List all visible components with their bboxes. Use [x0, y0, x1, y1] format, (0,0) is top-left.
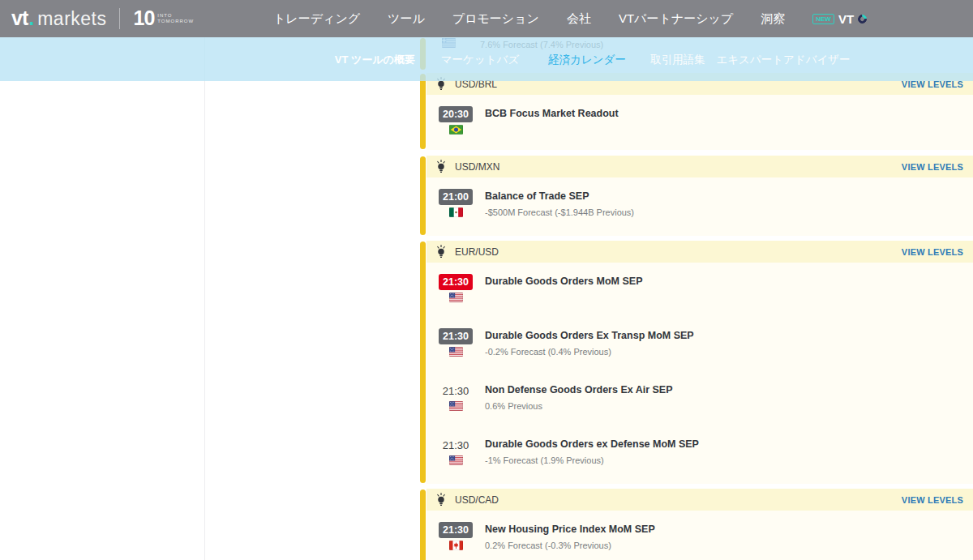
nav-item[interactable]: 洞察 [761, 11, 785, 27]
flag-us-icon [449, 455, 463, 465]
top-navbar: vt.markets 10 INTO TOMORROW トレーディングツールプロ… [0, 0, 973, 37]
nav-item[interactable]: トレーディング [273, 11, 360, 27]
event-title: Non Defense Goods Orders Ex Air SEP [485, 384, 673, 395]
flag-mx-icon [449, 207, 463, 217]
event-time-badge: 20:30 [439, 106, 473, 122]
flag-us-icon [449, 293, 463, 302]
logo-brand: vt [11, 6, 28, 30]
event-time-badge: 21:30 [439, 522, 473, 538]
currency-section-header: USD/CAD VIEW LEVELS [426, 489, 973, 511]
event-title: BCB Focus Market Readout [485, 108, 619, 119]
event-forecast: -$500M Forecast (-$1.944B Previous) [485, 207, 634, 217]
anniversary-logo: 10 INTO TOMORROW [133, 6, 194, 30]
event-time-badge: 21:00 [439, 189, 473, 205]
view-levels-link[interactable]: VIEW LEVELS [902, 495, 963, 505]
currency-pair-label: USD/MXN [455, 161, 499, 173]
logo-dot: . [28, 6, 34, 30]
section-events: 21:00 Balance of Trade SEP -$500M Foreca… [426, 177, 973, 236]
section-events: 21:30 New Housing Price Index MoM SEP 0.… [426, 511, 973, 560]
event-time-badge: 21:30 [439, 437, 473, 453]
calendar-event[interactable]: 21:00 Balance of Trade SEP -$500M Foreca… [426, 189, 973, 236]
calendar-event[interactable]: 21:30 Durable Goods Orders MoM SEP [426, 274, 973, 328]
currency-pair-label: USD/CAD [455, 494, 499, 506]
currency-section: USD/CAD VIEW LEVELS 21:30 New Housing Pr… [420, 489, 973, 560]
calendar-event[interactable]: 21:30 Durable Goods Orders Ex Transp MoM… [426, 328, 973, 383]
event-forecast: 0.2% Forecast (-0.3% Previous) [485, 541, 655, 550]
currency-section-header: USD/MXN VIEW LEVELS [426, 156, 973, 177]
event-title: New Housing Price Index MoM SEP [485, 524, 655, 535]
nav-item[interactable]: 会社 [567, 11, 591, 27]
new-badge: NEW [812, 14, 834, 24]
section-events: 21:30 Durable Goods Orders MoM SEP 21:30… [426, 263, 973, 484]
flag-br-icon [449, 125, 463, 135]
event-forecast: 0.6% Previous [485, 401, 673, 411]
section-accent-bar [420, 242, 426, 483]
currency-section: USD/BRL VIEW LEVELS 20:30 BCB Focus Mark… [420, 73, 973, 150]
event-title: Durable Goods Orders Ex Transp MoM SEP [485, 330, 694, 341]
calendar-event[interactable]: 20:30 BCB Focus Market Readout [426, 106, 973, 150]
flag-us-icon [449, 347, 463, 357]
event-time-badge: 21:30 [439, 328, 473, 344]
lightbulb-icon [436, 160, 446, 173]
lightbulb-icon [436, 493, 446, 507]
calendar-event[interactable]: 21:30 Durable Goods Orders ex Defense Mo… [426, 437, 973, 484]
nav-item-vt-label: VT [838, 12, 854, 26]
currency-section-header: EUR/USD VIEW LEVELS [426, 241, 973, 263]
section-accent-bar [420, 489, 426, 560]
nav-item[interactable]: VTパートナーシップ [619, 11, 733, 27]
nav-item[interactable]: ツール [388, 11, 425, 27]
tools-subnav: VT ツールの概要 マーケットバズ経済カレンダー取引用語集エキスパートアドバイザ… [0, 37, 973, 81]
event-forecast: -1% Forecast (1.9% Previous) [485, 455, 699, 465]
vt-markets-logo[interactable]: vt.markets 10 INTO TOMORROW [11, 6, 194, 30]
event-time-badge: 21:30 [439, 274, 473, 290]
subnav-overview-label: VT ツールの概要 [335, 53, 415, 67]
subnav-tab[interactable]: エキスパートアドバイザー [716, 53, 850, 67]
nav-item[interactable]: プロモーション [452, 11, 539, 27]
view-levels-link[interactable]: VIEW LEVELS [902, 247, 963, 257]
currency-section: EUR/USD VIEW LEVELS 21:30 Durable Goods … [420, 241, 973, 484]
event-forecast: -0.2% Forecast (0.4% Previous) [485, 347, 694, 357]
flag-us-icon [449, 401, 463, 411]
economic-calendar: 7.6% Forecast (7.4% Previous) USD/BRL VI… [420, 37, 973, 560]
subnav-tab-active[interactable]: 経済カレンダー [548, 53, 626, 67]
event-time-badge: 21:30 [439, 383, 473, 399]
currency-section: USD/MXN VIEW LEVELS 21:00 Balance of Tra… [420, 156, 973, 236]
flag-ca-icon [449, 541, 463, 550]
subnav-tab[interactable]: 取引用語集 [650, 53, 705, 67]
nav-item-vtrade[interactable]: NEW VT [812, 12, 867, 26]
calendar-event[interactable]: 21:30 Non Defense Goods Orders Ex Air SE… [426, 383, 973, 437]
panel-divider [204, 37, 205, 560]
view-levels-link[interactable]: VIEW LEVELS [902, 162, 963, 172]
calendar-event[interactable]: 21:30 New Housing Price Index MoM SEP 0.… [426, 522, 973, 560]
section-accent-bar [420, 156, 426, 235]
section-accent-bar [420, 74, 426, 149]
vtrade-ring-icon [856, 12, 868, 24]
lightbulb-icon [436, 245, 446, 259]
main-nav: トレーディングツールプロモーション会社VTパートナーシップ洞察 NEW VT [273, 0, 867, 37]
subnav-tab[interactable]: マーケットバズ [441, 53, 519, 67]
section-events: 20:30 BCB Focus Market Readout [426, 95, 973, 150]
logo-divider [119, 8, 120, 29]
event-title: Durable Goods Orders ex Defense MoM SEP [485, 438, 699, 450]
event-title: Balance of Trade SEP [485, 190, 634, 202]
event-title: Durable Goods Orders MoM SEP [485, 276, 642, 287]
currency-pair-label: EUR/USD [455, 246, 499, 258]
